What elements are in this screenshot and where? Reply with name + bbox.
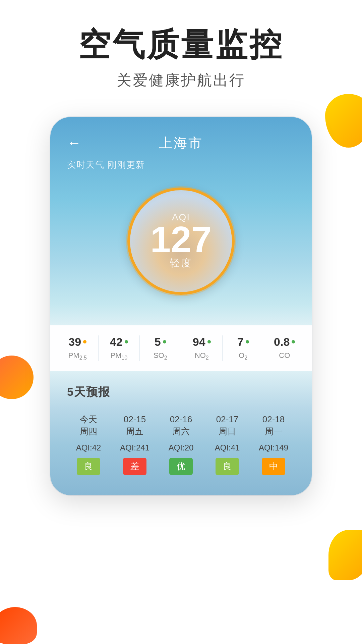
no2-name: NO2	[195, 351, 209, 361]
pm10-value: 42	[110, 335, 123, 348]
decorative-blob-top-right	[325, 94, 362, 148]
forecast-aqi-0217: AQI:41	[215, 443, 240, 452]
forecast-badge-0216: 优	[169, 458, 193, 475]
forecast-title: 5天预报	[67, 384, 295, 400]
no2-value: 94	[193, 335, 205, 348]
pm10-name: PM10	[110, 351, 127, 361]
co-value: 0.8	[274, 335, 290, 348]
forecast-day-0216: 02-16 周六 AQI:20 优	[160, 413, 202, 475]
page-title: 空气质量监控	[20, 27, 342, 62]
so2-value: 5	[155, 335, 161, 348]
pollution-row: 39 PM2.5 42 PM10 5 SO2	[50, 325, 312, 371]
weather-update-text: 实时天气 刚刚更新	[67, 159, 295, 171]
forecast-date-0215: 02-15 周五	[124, 413, 146, 438]
no2-dot	[207, 340, 211, 343]
city-title: 上海市	[159, 134, 203, 152]
forecast-day-today: 今天 周四 AQI:42 良	[67, 413, 110, 475]
o2-dot	[246, 340, 249, 343]
so2-dot	[163, 340, 166, 343]
page-subtitle: 关爱健康护航出行	[20, 70, 342, 90]
app-header: ← 上海市 实时天气 刚刚更新 AQI 127 轻度	[50, 117, 312, 325]
phone-mockup: ← 上海市 实时天气 刚刚更新 AQI 127 轻度 39	[50, 117, 312, 495]
pollution-item-pm25: 39 PM2.5	[57, 335, 98, 361]
back-button[interactable]: ←	[67, 135, 81, 151]
aqi-circle: AQI 127 轻度	[127, 187, 235, 295]
forecast-grid: 今天 周四 AQI:42 良 02-15 周五 AQI:241 差	[67, 413, 295, 475]
co-name: CO	[279, 351, 290, 360]
pollution-item-pm10: 42 PM10	[99, 335, 140, 361]
decorative-blob-bottom-left	[0, 356, 34, 399]
forecast-date-today: 今天 周四	[80, 413, 97, 438]
forecast-badge-0217: 良	[216, 458, 239, 475]
forecast-section: 5天预报 今天 周四 AQI:42 良 02-15 周五 AQI:241	[50, 371, 312, 495]
pollution-item-co: 0.8 CO	[264, 335, 305, 361]
forecast-day-0218: 02-18 周一 AQI:149 中	[252, 413, 295, 475]
aqi-label: AQI	[172, 212, 190, 223]
aqi-value: 127	[150, 221, 212, 258]
page-header: 空气质量监控 关爱健康护航出行	[0, 0, 362, 104]
decorative-blob-bottom-left2	[0, 607, 37, 644]
forecast-aqi-0216: AQI:20	[169, 443, 194, 452]
decorative-blob-bottom-right	[328, 530, 362, 580]
forecast-badge-0215: 差	[123, 458, 146, 475]
app-content: ← 上海市 实时天气 刚刚更新 AQI 127 轻度 39	[50, 117, 312, 495]
pm25-dot	[83, 340, 86, 343]
forecast-badge-today: 良	[77, 458, 100, 475]
pollution-item-o2: 7 O2	[223, 335, 264, 361]
forecast-day-0217: 02-17 周日 AQI:41 良	[206, 413, 249, 475]
o2-value: 7	[237, 335, 244, 348]
co-dot	[292, 340, 295, 343]
aqi-description: 轻度	[170, 256, 192, 270]
forecast-date-0216: 02-16 周六	[170, 413, 192, 438]
forecast-badge-0218: 中	[262, 458, 285, 475]
forecast-aqi-0218: AQI:149	[259, 443, 288, 452]
forecast-day-0215: 02-15 周五 AQI:241 差	[113, 413, 156, 475]
forecast-date-0218: 02-18 周一	[262, 413, 285, 438]
o2-name: O2	[239, 351, 247, 361]
so2-name: SO2	[154, 351, 167, 361]
pollution-item-so2: 5 SO2	[140, 335, 181, 361]
forecast-date-0217: 02-17 周日	[216, 413, 239, 438]
pm10-dot	[125, 340, 128, 343]
forecast-aqi-today: AQI:42	[76, 443, 101, 452]
pollution-item-no2: 94 NO2	[181, 335, 223, 361]
pm25-name: PM2.5	[68, 351, 87, 361]
app-nav: ← 上海市	[67, 134, 295, 152]
pm25-value: 39	[68, 335, 81, 348]
aqi-circle-container: AQI 127 轻度	[67, 187, 295, 295]
forecast-aqi-0215: AQI:241	[120, 443, 149, 452]
